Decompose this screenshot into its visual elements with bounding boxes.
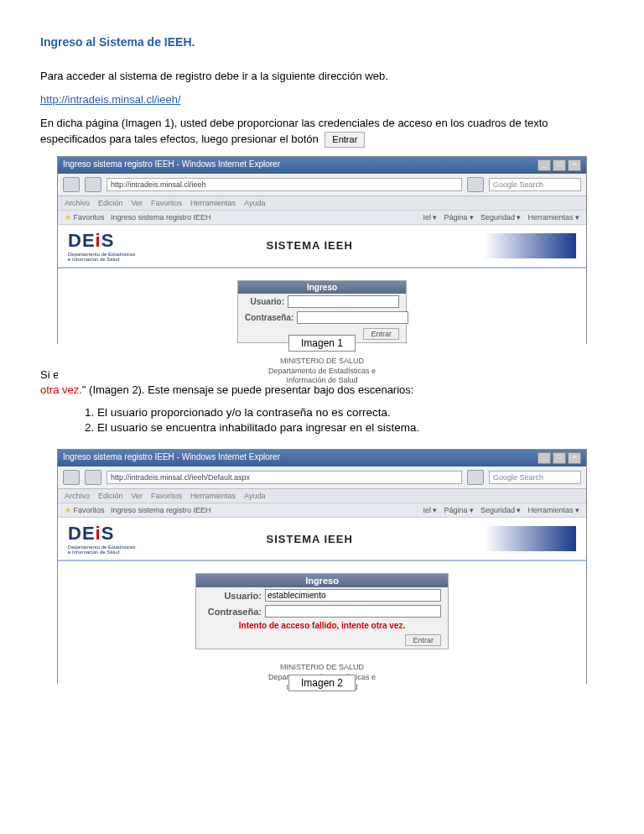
error-message: Intento de acceso fallido, intente otra … (196, 619, 448, 632)
usuario-label: Usuario: (245, 297, 288, 306)
forward-icon (85, 470, 101, 485)
back-icon (63, 177, 80, 192)
menu-bar: ArchivoEdiciónVerFavoritosHerramientasAy… (58, 489, 586, 503)
header-gradient (484, 526, 576, 551)
close-icon: × (568, 452, 581, 464)
star-icon: ★ (65, 506, 71, 514)
menu-bar: ArchivoEdiciónVerFavoritosHerramientasAy… (58, 196, 586, 211)
entrar-button[interactable]: Entrar (405, 634, 441, 646)
figure-2: Ingreso sistema registro IEEH - Windows … (57, 449, 587, 684)
ministerio-footer: MINISTERIO DE SALUDDepartamento de Estad… (58, 357, 586, 386)
usuario-input[interactable] (265, 589, 441, 602)
caption-1: Imagen 1 (288, 335, 356, 352)
tab-label: Ingreso sistema registro IEEH (111, 213, 211, 222)
list-item: El usuario se encuentra inhabilitado par… (97, 421, 604, 434)
favorites-label: Favoritos (74, 506, 105, 514)
contrasena-label: Contraseña: (245, 313, 297, 322)
usuario-input[interactable] (288, 295, 399, 308)
favorites-label: Favoritos (74, 213, 105, 222)
close-icon: × (568, 159, 581, 171)
forward-icon (85, 177, 101, 192)
contrasena-label: Contraseña: (203, 607, 265, 617)
address-bar: http://intradeis.minsal.cl/ieeh (106, 178, 462, 191)
tab-label: Ingreso sistema registro IEEH (111, 506, 211, 514)
login-header: Ingreso (238, 281, 406, 294)
refresh-icon (467, 177, 484, 192)
refresh-icon (467, 470, 484, 485)
scenario-list: El usuario proporcionado y/o la contrase… (64, 406, 604, 434)
minimize-icon: _ (538, 452, 551, 464)
figure-1: Ingreso sistema registro IEEH - Windows … (57, 156, 587, 344)
entrar-inline-button: Entrar (325, 132, 365, 148)
star-icon: ★ (65, 213, 71, 222)
entrar-button[interactable]: Entrar (363, 328, 399, 340)
url-link[interactable]: http://intradeis.minsal.cl/ieeh/ (40, 93, 181, 106)
header-gradient (484, 233, 576, 258)
deis-logo: DEiS (68, 523, 135, 545)
usuario-label: Usuario: (203, 591, 265, 601)
list-item: El usuario proporcionado y/o la contrase… (97, 406, 604, 419)
back-icon (63, 470, 80, 485)
window-title: Ingreso sistema registro IEEH - Windows … (63, 452, 280, 464)
contrasena-input[interactable] (265, 605, 441, 618)
window-title: Ingreso sistema registro IEEH - Windows … (63, 159, 280, 171)
logo-subtitle: Departamento de Estadísticase Informació… (68, 252, 135, 262)
para-intro: Para acceder al sistema de registro debe… (40, 69, 604, 84)
maximize-icon: □ (553, 452, 566, 464)
logo-subtitle: Departamento de Estadísticase Informació… (68, 545, 135, 555)
minimize-icon: _ (538, 159, 551, 171)
system-name: SISTEMA IEEH (135, 533, 484, 545)
login-header: Ingreso (196, 574, 448, 587)
system-name: SISTEMA IEEH (135, 239, 484, 252)
deis-logo: DEiS (68, 230, 135, 252)
search-box: Google Search (489, 178, 581, 191)
maximize-icon: □ (553, 159, 566, 171)
address-bar: http://intradeis.minsal.cl/ieeh/Default.… (106, 471, 462, 484)
para-instructions: En dicha página (Imagen 1), usted debe p… (40, 116, 604, 148)
doc-title: Ingreso al Sistema de IEEH. (40, 35, 604, 49)
caption-2: Imagen 2 (288, 675, 356, 691)
contrasena-input[interactable] (297, 311, 408, 324)
search-box: Google Search (489, 471, 581, 484)
